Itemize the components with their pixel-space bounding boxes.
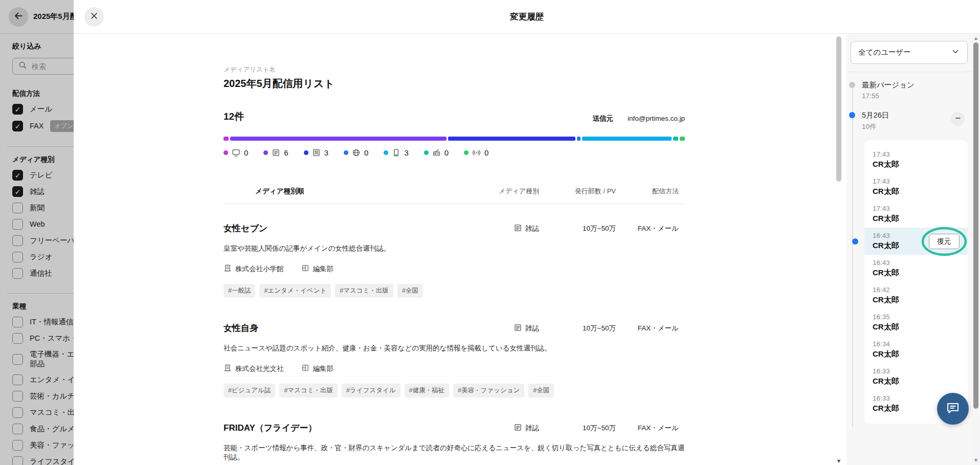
legend-item: 0 xyxy=(464,148,488,157)
panel-scrollbar[interactable]: ▲ ▼ xyxy=(972,34,980,465)
checkbox[interactable] xyxy=(12,374,23,385)
version-entry[interactable]: 16:35 CR太郎 xyxy=(864,309,968,336)
collapse-group-button[interactable] xyxy=(951,112,965,126)
version-entry[interactable]: 17:43 CR太郎 xyxy=(864,201,968,228)
checkbox-label: 通信社 xyxy=(30,269,52,278)
building-icon xyxy=(224,264,232,274)
tag-pill: #美容・ファッション xyxy=(453,384,524,397)
checkbox[interactable] xyxy=(12,121,23,131)
legend-color-dot xyxy=(263,150,268,155)
company-item: 株式会社小学館 xyxy=(224,264,284,274)
column-method: 配信方法 xyxy=(616,187,685,196)
checkbox-label: ラジオ xyxy=(30,252,53,262)
version-user: CR太郎 xyxy=(873,295,961,305)
magazine-icon xyxy=(272,148,280,157)
content-scrollbar-thumb[interactable] xyxy=(836,36,841,182)
legend-item: 0 xyxy=(424,148,449,157)
media-type-value: 雑誌 xyxy=(525,224,539,233)
close-icon xyxy=(90,11,99,23)
tag-pill: #健康・福祉 xyxy=(405,384,449,397)
version-entry[interactable]: 16:43 CR太郎 復元 xyxy=(864,228,968,255)
panel-scrollbar-down-arrow[interactable]: ▼ xyxy=(972,458,980,463)
checkbox[interactable] xyxy=(12,391,23,402)
checkbox-label: 新聞 xyxy=(30,203,44,213)
chat-fab-button[interactable] xyxy=(937,393,969,425)
media-row: FRIDAY（フライデー） 雑誌 10万~50万 FAX・メール 芸能・スポーツ… xyxy=(224,422,685,465)
legend-item: 6 xyxy=(263,148,288,157)
version-time: 17:43 xyxy=(873,205,961,212)
date-group[interactable]: 5月26日 10件 xyxy=(847,110,972,131)
media-row-main: 女性セブン 雑誌 10万~50万 FAX・メール xyxy=(224,223,685,234)
version-time: 16:33 xyxy=(873,367,961,375)
close-button[interactable] xyxy=(84,7,104,27)
tag-list: #一般誌 #エンタメ・イベント #マスコミ・出版 #全国 xyxy=(224,284,685,298)
media-type-distribution-bar xyxy=(224,137,685,141)
latest-version-time: 17:55 xyxy=(862,92,972,100)
chat-bubble-icon xyxy=(945,400,961,417)
version-entry[interactable]: 16:43 CR太郎 xyxy=(864,255,968,282)
version-user: CR太郎 xyxy=(873,349,961,359)
checkbox[interactable] xyxy=(12,424,23,434)
checkbox[interactable] xyxy=(12,252,23,262)
media-row-main: 女性自身 雑誌 10万~50万 FAX・メール xyxy=(224,322,685,334)
tag-pill: #エンタメ・イベント xyxy=(259,284,331,298)
circulation-value: 10万~50万 xyxy=(539,324,616,333)
legend-item: 0 xyxy=(224,148,248,157)
user-filter-dropdown[interactable]: 全てのユーザー xyxy=(851,41,968,64)
back-button[interactable] xyxy=(9,7,28,27)
version-time: 16:34 xyxy=(873,340,961,348)
media-list-name: 2025年5月配信用リスト xyxy=(224,77,685,91)
legend-count: 3 xyxy=(404,148,408,157)
tag-pill: #一般誌 xyxy=(224,284,255,298)
legend-color-dot xyxy=(464,150,469,155)
globe-icon xyxy=(352,148,361,157)
content-scrollbar[interactable]: ▼ xyxy=(835,34,843,465)
legend-item: 3 xyxy=(304,148,328,157)
company-name: 株式会社小学館 xyxy=(235,264,284,274)
content-scrollbar-down-arrow[interactable]: ▼ xyxy=(835,458,843,464)
checkbox[interactable] xyxy=(12,203,23,213)
checkbox[interactable] xyxy=(12,317,23,327)
checkbox[interactable] xyxy=(12,235,23,246)
department-item: 編集部 xyxy=(301,264,334,274)
checkbox[interactable] xyxy=(12,440,23,451)
checkbox[interactable] xyxy=(12,170,23,181)
checkbox-label: メール xyxy=(30,104,52,114)
table-header: メディア種別順 メディア種別 発行部数 / PV 配信方法 xyxy=(224,187,685,204)
checkbox[interactable] xyxy=(12,456,23,465)
version-entry[interactable]: 17:43 CR太郎 xyxy=(864,173,968,201)
search-icon xyxy=(18,61,27,72)
timeline-line xyxy=(852,86,853,427)
checkbox-label: FAX xyxy=(30,121,43,131)
panel-scrollbar-thumb[interactable] xyxy=(973,42,978,409)
latest-version-group[interactable]: 最新バージョン 17:55 xyxy=(847,80,972,100)
version-entry[interactable]: 16:34 CR太郎 xyxy=(864,336,968,363)
media-name: 女性セブン xyxy=(224,223,480,234)
method-value: FAX・メール xyxy=(616,224,685,233)
panel-scrollbar-up-arrow[interactable]: ▲ xyxy=(972,36,980,41)
media-row-main: FRIDAY（フライデー） 雑誌 10万~50万 FAX・メール xyxy=(224,422,685,434)
checkbox[interactable] xyxy=(12,268,23,279)
checkbox[interactable] xyxy=(12,104,23,115)
version-entry[interactable]: 17:43 CR太郎 xyxy=(864,146,968,173)
checkbox[interactable] xyxy=(12,186,23,197)
version-user: CR太郎 xyxy=(873,187,961,196)
version-entry[interactable]: 16:33 CR太郎 xyxy=(864,363,968,390)
checkbox[interactable] xyxy=(12,354,23,365)
checkbox[interactable] xyxy=(12,407,23,418)
version-time: 17:43 xyxy=(873,178,961,185)
media-name: FRIDAY（フライデー） xyxy=(224,422,480,434)
media-row: 女性自身 雑誌 10万~50万 FAX・メール 社会ニュースや話題のスポット紹介… xyxy=(224,322,685,397)
magazine-icon xyxy=(514,323,522,334)
method-value: FAX・メール xyxy=(616,324,685,333)
timeline-dot-selected xyxy=(852,238,858,245)
version-entry[interactable]: 16:42 CR太郎 xyxy=(864,282,968,309)
department-icon xyxy=(301,364,309,373)
department-name: 編集部 xyxy=(313,364,334,373)
checkbox[interactable] xyxy=(12,333,23,344)
change-history-modal: 変更履歴 メディアリスト名 2025年5月配信用リスト 12件 送信元 info… xyxy=(74,0,980,465)
checkbox-label: 食品・グルメ xyxy=(30,424,75,434)
version-time: 16:35 xyxy=(873,313,961,321)
restore-button[interactable]: 復元 xyxy=(929,234,960,249)
checkbox[interactable] xyxy=(12,219,23,230)
